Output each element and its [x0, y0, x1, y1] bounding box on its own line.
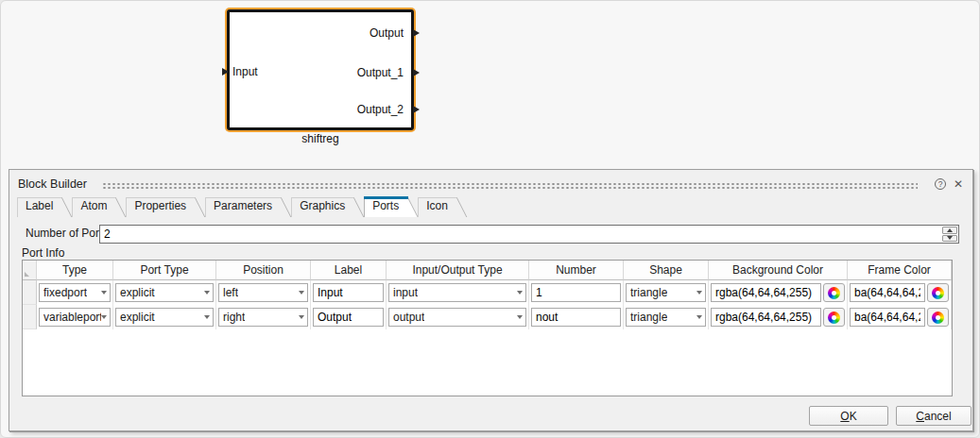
table-row: fixedport explicit left input triangle: [23, 280, 952, 305]
tab-graphics[interactable]: Graphics: [291, 196, 352, 217]
tab-label[interactable]: Label: [17, 196, 60, 217]
shape-select[interactable]: triangle: [626, 283, 706, 302]
label-input[interactable]: [313, 308, 384, 327]
number-input[interactable]: [531, 283, 621, 302]
chevron-down-icon: [101, 291, 107, 295]
tab-parameters[interactable]: Parameters: [205, 196, 279, 217]
number-of-ports-row: Number of Ports: [9, 225, 972, 244]
type-select[interactable]: variableport: [39, 308, 111, 327]
screenshot-root: Input Output Output_1 Output_2 shiftreg …: [0, 0, 980, 438]
col-header-label[interactable]: Label: [311, 261, 387, 280]
background-color-input[interactable]: [711, 308, 821, 327]
chevron-down-icon: [101, 315, 107, 319]
background-color-picker-button[interactable]: [823, 308, 845, 327]
io-type-select[interactable]: input: [388, 283, 526, 302]
col-header-port-type[interactable]: Port Type: [113, 261, 216, 280]
color-wheel-icon: [932, 312, 944, 324]
col-header-frame-color[interactable]: Frame Color: [848, 261, 952, 280]
tab-atom[interactable]: Atom: [72, 196, 113, 217]
background-color-picker-button[interactable]: [823, 283, 845, 302]
tab-icon[interactable]: Icon: [418, 196, 455, 217]
frame-color-picker-button[interactable]: [927, 308, 949, 327]
type-select[interactable]: fixedport: [39, 283, 111, 302]
frame-color-picker-button[interactable]: [927, 283, 949, 302]
chevron-down-icon: [204, 291, 210, 295]
label-input[interactable]: [313, 283, 384, 302]
background-color-input[interactable]: [711, 283, 821, 302]
tab-bar: Label Atom Properties Parameters Graphic…: [9, 195, 972, 217]
output1-port-label: Output_1: [357, 66, 404, 79]
row-header[interactable]: [23, 280, 37, 305]
tab-ports[interactable]: Ports: [364, 196, 405, 217]
row-header[interactable]: [23, 305, 37, 329]
io-type-select[interactable]: output: [388, 308, 526, 327]
frame-color-input[interactable]: [850, 308, 925, 327]
col-header-background-color[interactable]: Background Color: [709, 261, 848, 280]
chevron-down-icon: [517, 315, 523, 319]
dialog-titlebar[interactable]: Block Builder ? ✕: [9, 170, 972, 195]
cancel-button[interactable]: Cancel: [896, 406, 971, 426]
col-header-shape[interactable]: Shape: [624, 261, 709, 280]
number-of-ports-label: Number of Ports: [26, 227, 108, 240]
output-port-arrow-icon: [413, 69, 420, 76]
table-corner-cell[interactable]: [23, 261, 37, 280]
col-header-number[interactable]: Number: [529, 261, 624, 280]
spin-down-button[interactable]: [942, 235, 957, 243]
shiftreg-block[interactable]: Input Output Output_1 Output_2: [227, 9, 414, 130]
output-port-arrow-icon: [413, 106, 420, 113]
frame-color-input[interactable]: [850, 283, 925, 302]
chevron-down-icon: [299, 291, 304, 295]
output2-port-label: Output_2: [357, 103, 404, 116]
arrow-up-icon: [947, 228, 953, 232]
ok-button[interactable]: OK: [809, 406, 888, 426]
spin-up-button[interactable]: [942, 227, 957, 234]
input-port-arrow-icon: [222, 68, 229, 76]
output-port-label: Output: [370, 26, 404, 40]
close-button[interactable]: ✕: [952, 177, 965, 191]
help-button[interactable]: ?: [934, 177, 947, 191]
chevron-down-icon: [517, 291, 523, 295]
shape-select[interactable]: triangle: [626, 308, 706, 327]
col-header-io-type[interactable]: Input/Output Type: [387, 261, 529, 280]
corner-mark-icon: [25, 272, 29, 277]
color-wheel-icon: [828, 287, 840, 299]
color-wheel-icon: [932, 287, 944, 299]
chevron-down-icon: [696, 291, 702, 295]
help-icon: ?: [935, 178, 946, 190]
color-wheel-icon: [828, 312, 840, 324]
tab-properties[interactable]: Properties: [126, 196, 193, 217]
number-of-ports-spinner: [942, 227, 957, 242]
block-builder-dialog: Block Builder ? ✕ Label Atom Properties …: [9, 169, 973, 431]
chevron-down-icon: [299, 315, 304, 319]
port-info-table: Type Port Type Position Label Input/Outp…: [22, 260, 953, 396]
position-select[interactable]: left: [218, 283, 308, 302]
number-of-ports-input[interactable]: [99, 225, 959, 244]
number-input[interactable]: [531, 308, 621, 327]
output-port-arrow-icon: [413, 29, 420, 37]
port-type-select[interactable]: explicit: [115, 283, 214, 302]
port-type-select[interactable]: explicit: [115, 308, 214, 327]
col-header-position[interactable]: Position: [216, 261, 311, 280]
titlebar-drag-texture[interactable]: [102, 181, 918, 189]
table-row: variableport explicit right output trian…: [23, 305, 952, 329]
table-header-row: Type Port Type Position Label Input/Outp…: [23, 261, 952, 280]
port-info-label: Port Info: [22, 246, 64, 260]
arrow-down-icon: [947, 236, 953, 240]
chevron-down-icon: [696, 315, 702, 319]
dialog-title: Block Builder: [18, 177, 87, 191]
input-port-label: Input: [232, 65, 258, 78]
block-caption: shiftreg: [227, 132, 414, 145]
col-header-type[interactable]: Type: [37, 261, 113, 280]
chevron-down-icon: [204, 315, 210, 319]
close-icon: ✕: [954, 177, 963, 191]
position-select[interactable]: right: [218, 308, 308, 327]
